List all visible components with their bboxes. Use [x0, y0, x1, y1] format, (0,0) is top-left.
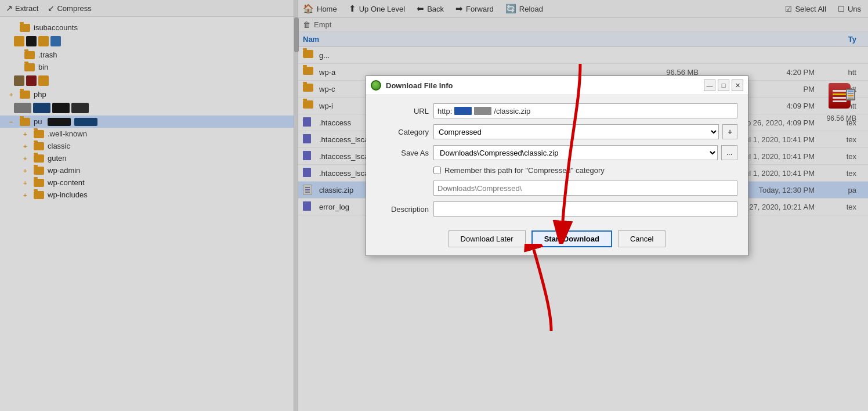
remember-checkbox-row: Remember this path for "Compressed" cate… — [377, 166, 737, 175]
category-row: Category Compressed Documents Music Vide… — [377, 124, 737, 139]
url-label: URL — [377, 107, 429, 116]
remember-label: Remember this path for "Compressed" cate… — [444, 166, 605, 175]
category-select-row: Compressed Documents Music Videos Progra… — [433, 124, 737, 139]
save-as-input[interactable]: Downloads\Compressed\classic.zip — [433, 145, 718, 160]
description-row: Description — [377, 201, 737, 217]
modal-titlebar: Download File Info — □ ✕ — [366, 76, 748, 95]
url-input[interactable]: http: /classic.zip — [433, 103, 737, 118]
window-controls: — □ ✕ — [704, 80, 743, 91]
remember-checkbox[interactable] — [433, 167, 441, 174]
browse-button[interactable]: ... — [721, 145, 737, 160]
save-as-row: Save As Downloads\Compressed\classic.zip… — [377, 145, 737, 160]
category-label: Category — [377, 128, 429, 136]
cancel-button[interactable]: Cancel — [618, 230, 666, 247]
modal-footer: Download Later Start Download Cancel — [366, 225, 748, 255]
description-label: Description — [377, 205, 429, 214]
save-as-input-row: Downloads\Compressed\classic.zip ... — [433, 145, 737, 160]
path-display: Downloads\Compressed\ — [433, 181, 737, 196]
start-download-button[interactable]: Start Download — [531, 230, 612, 247]
idownloader-icon — [371, 80, 381, 91]
close-button[interactable]: ✕ — [732, 80, 743, 91]
minimize-button[interactable]: — — [704, 80, 715, 91]
url-row: URL http: /classic.zip — [377, 103, 737, 118]
add-category-button[interactable]: + — [722, 124, 737, 139]
modal-title: Download File Info — [386, 81, 699, 90]
modal-body: URL http: /classic.zip Category Compress… — [366, 95, 748, 225]
download-file-info-dialog: Download File Info — □ ✕ URL http: /clas… — [366, 75, 748, 256]
download-later-button[interactable]: Download Later — [449, 230, 526, 247]
save-as-label: Save As — [377, 149, 429, 157]
url-block2 — [474, 107, 491, 115]
url-block1 — [454, 107, 472, 115]
maximize-button[interactable]: □ — [718, 80, 729, 91]
category-select[interactable]: Compressed Documents Music Videos Progra… — [433, 124, 719, 139]
description-input[interactable] — [433, 201, 737, 217]
